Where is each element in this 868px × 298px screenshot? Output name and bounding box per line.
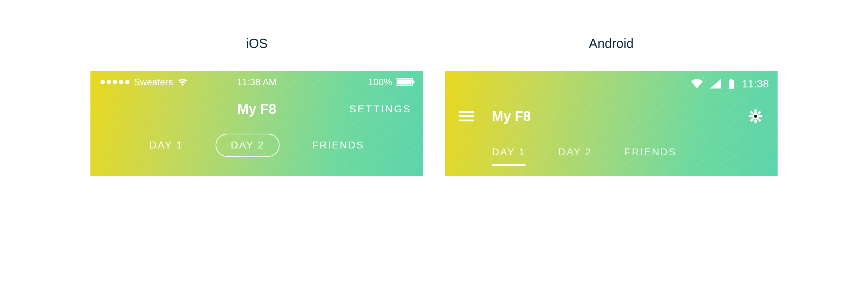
- svg-rect-6: [754, 120, 757, 123]
- ios-platform-label: iOS: [246, 36, 268, 51]
- svg-rect-8: [759, 115, 762, 117]
- gear-icon: [748, 109, 763, 124]
- tab-day1[interactable]: DAY 1: [492, 146, 526, 164]
- ios-status-right: 100%: [368, 77, 413, 88]
- svg-point-15: [754, 115, 757, 118]
- settings-button[interactable]: SETTINGS: [349, 103, 412, 115]
- android-status-time: 11:38: [742, 78, 769, 90]
- tab-day2[interactable]: DAY 2: [558, 146, 592, 164]
- tab-friends[interactable]: FRIENDS: [625, 146, 677, 164]
- ios-tab-bar: DAY 1 DAY 2 FRIENDS: [90, 125, 423, 165]
- battery-icon: [728, 79, 735, 89]
- wifi-icon: [691, 79, 703, 88]
- android-app-header: 11:38 My F8: [445, 71, 778, 176]
- signal-strength-icon: [101, 80, 129, 84]
- tab-friends[interactable]: FRIENDS: [298, 134, 379, 156]
- ios-navbar: My F8 SETTINGS: [90, 93, 423, 125]
- svg-rect-7: [749, 115, 752, 117]
- ios-statusbar: Sweaters 11:38 AM 100%: [90, 71, 423, 93]
- cellular-signal-icon: [710, 79, 721, 88]
- ios-app-header: Sweaters 11:38 AM 100% My F8 SETTINGS: [90, 71, 423, 176]
- settings-button[interactable]: [748, 109, 763, 124]
- ios-page-title: My F8: [237, 102, 276, 117]
- android-platform-label: Android: [589, 36, 634, 51]
- android-page-title: My F8: [492, 109, 531, 124]
- svg-rect-12: [757, 118, 761, 122]
- ios-status-time: 11:38 AM: [237, 77, 277, 88]
- carrier-name: Sweaters: [134, 77, 173, 88]
- android-section: Android 11:38: [445, 36, 778, 176]
- android-navbar: My F8: [445, 96, 778, 136]
- svg-rect-4: [459, 120, 474, 121]
- wifi-icon: [177, 78, 188, 86]
- tab-day1[interactable]: DAY 1: [135, 134, 197, 156]
- svg-rect-1: [729, 80, 734, 89]
- ios-status-left: Sweaters: [101, 77, 188, 88]
- hamburger-menu-icon[interactable]: [459, 111, 474, 122]
- svg-rect-10: [750, 118, 754, 122]
- ios-section: iOS Sweaters 11: [90, 36, 423, 176]
- svg-rect-5: [754, 109, 757, 113]
- svg-rect-3: [459, 115, 474, 117]
- battery-icon: [396, 78, 413, 86]
- svg-rect-2: [459, 111, 474, 113]
- android-statusbar: 11:38: [445, 71, 778, 96]
- svg-rect-0: [730, 79, 732, 80]
- svg-rect-9: [757, 111, 761, 115]
- android-tab-bar: DAY 1 DAY 2 FRIENDS: [445, 136, 778, 174]
- tab-day2[interactable]: DAY 2: [216, 134, 280, 157]
- battery-percent: 100%: [368, 77, 392, 88]
- svg-rect-11: [750, 111, 754, 115]
